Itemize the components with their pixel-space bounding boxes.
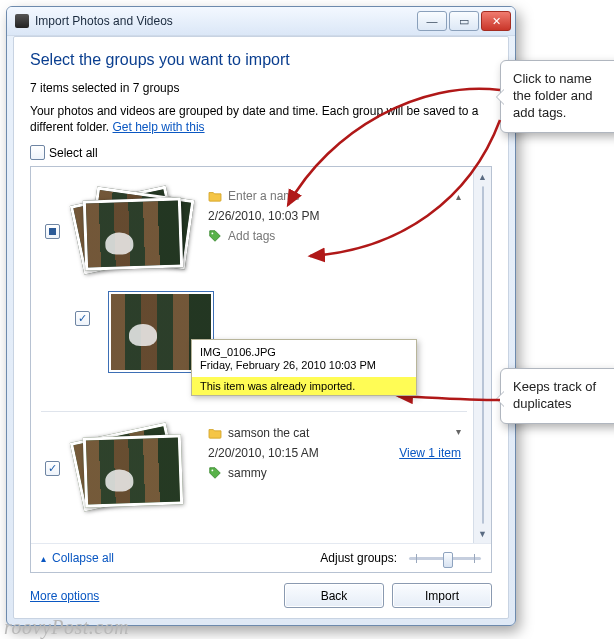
tooltip-filename: IMG_0106.JPG — [200, 346, 408, 358]
client-area: Select the groups you want to import 7 i… — [13, 36, 509, 619]
selection-summary: 7 items selected in 7 groups — [30, 81, 492, 95]
group-date: 2/20/2010, 10:15 AM — [208, 446, 319, 460]
import-window: Import Photos and Videos — ▭ ✕ Select th… — [6, 6, 516, 626]
slider-thumb[interactable] — [443, 552, 453, 568]
group-name-input[interactable]: samson the cat — [228, 426, 309, 440]
group-date: 2/26/2010, 10:03 PM — [208, 209, 319, 223]
group-tags-input[interactable]: Add tags — [228, 229, 275, 243]
callout-duplicates: Keeps track of duplicates — [500, 368, 614, 424]
groups-list: Enter a name ▴ 2/26/2010, 10:03 PM Add — [30, 166, 492, 573]
window-title: Import Photos and Videos — [35, 14, 417, 28]
item-tooltip: IMG_0106.JPG Friday, February 26, 2010 1… — [191, 339, 417, 396]
folder-icon — [208, 190, 222, 202]
view-items-link[interactable]: View 1 item — [399, 446, 461, 460]
more-options-link[interactable]: More options — [30, 589, 99, 603]
collapse-group-icon[interactable]: ▴ — [456, 191, 461, 202]
tag-icon — [208, 229, 222, 243]
item-checkbox[interactable] — [75, 311, 90, 326]
select-all-checkbox[interactable] — [30, 145, 45, 160]
watermark: roovyPost.com — [4, 616, 129, 639]
group-thumbnail-stack[interactable] — [74, 189, 194, 273]
group-checkbox[interactable] — [45, 461, 60, 476]
group-row: Enter a name ▴ 2/26/2010, 10:03 PM Add — [41, 189, 467, 273]
description-text: Your photos and videos are grouped by da… — [30, 103, 492, 135]
select-all-label: Select all — [49, 146, 98, 160]
vertical-scrollbar[interactable]: ▲ ▼ — [473, 167, 491, 543]
app-icon — [15, 14, 29, 28]
import-button[interactable]: Import — [392, 583, 492, 608]
close-button[interactable]: ✕ — [481, 11, 511, 31]
svg-point-1 — [212, 470, 214, 472]
tag-icon — [208, 466, 222, 480]
scroll-down-arrow[interactable]: ▼ — [475, 526, 490, 541]
tooltip-duplicate-notice: This item was already imported. — [192, 377, 416, 395]
group-tag[interactable]: sammy — [228, 466, 267, 480]
expanded-item: IMG_0106.JPG Friday, February 26, 2010 1… — [75, 291, 467, 373]
collapse-all-link[interactable]: Collapse all — [52, 551, 114, 565]
callout-name-tags: Click to name the folder and add tags. — [500, 60, 614, 133]
adjust-groups-label: Adjust groups: — [320, 551, 397, 565]
group-checkbox[interactable] — [45, 224, 60, 239]
minimize-button[interactable]: — — [417, 11, 447, 31]
adjust-groups-slider[interactable] — [409, 550, 481, 566]
group-row: samson the cat ▴ 2/20/2010, 10:15 AM Vie… — [41, 426, 467, 510]
group-thumbnail-stack[interactable] — [74, 426, 194, 510]
scroll-thumb[interactable] — [482, 186, 484, 524]
back-button[interactable]: Back — [284, 583, 384, 608]
description-span: Your photos and videos are grouped by da… — [30, 104, 479, 134]
collapse-icon: ▴ — [41, 553, 46, 564]
titlebar: Import Photos and Videos — ▭ ✕ — [7, 7, 515, 36]
scroll-up-arrow[interactable]: ▲ — [475, 169, 490, 184]
tooltip-date: Friday, February 26, 2010 10:03 PM — [200, 359, 408, 371]
dialog-footer: More options Back Import — [30, 573, 492, 608]
group-name-input[interactable]: Enter a name — [228, 189, 300, 203]
maximize-button[interactable]: ▭ — [449, 11, 479, 31]
list-footer: ▴ Collapse all Adjust groups: — [31, 543, 491, 572]
group-separator — [41, 411, 467, 412]
folder-icon — [208, 427, 222, 439]
expand-group-icon[interactable]: ▴ — [456, 428, 461, 439]
page-heading: Select the groups you want to import — [30, 51, 492, 69]
help-link[interactable]: Get help with this — [113, 120, 205, 134]
svg-point-0 — [212, 233, 214, 235]
